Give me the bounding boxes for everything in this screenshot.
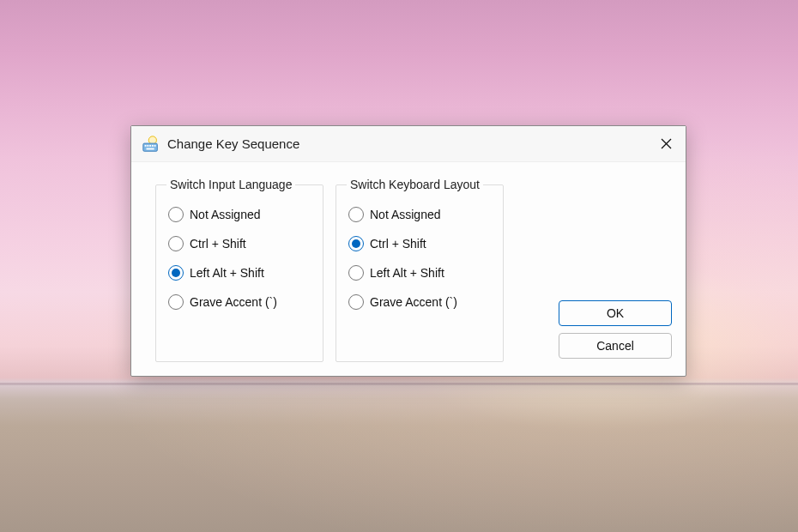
titlebar: Change Key Sequence: [131, 126, 686, 162]
switch-input-language-group: Switch Input Language Not Assigned Ctrl …: [155, 178, 323, 362]
close-icon: [661, 138, 672, 149]
svg-rect-2: [145, 144, 147, 146]
radio-grave-accent[interactable]: Grave Accent (`): [168, 287, 307, 317]
radio-label: Grave Accent (`): [370, 295, 457, 309]
radio-icon: [348, 207, 364, 222]
radio-label: Left Alt + Shift: [190, 266, 264, 280]
keyboard-language-icon: [142, 135, 160, 154]
radio-left-alt-shift[interactable]: Left Alt + Shift: [168, 258, 307, 287]
radio-icon: [168, 236, 184, 251]
change-key-sequence-dialog: Change Key Sequence Switch Input Languag…: [130, 125, 686, 377]
button-label: Cancel: [596, 339, 634, 353]
close-button[interactable]: [646, 126, 686, 162]
svg-rect-1: [143, 143, 158, 151]
radio-icon: [168, 207, 184, 222]
radio-not-assigned[interactable]: Not Assigned: [168, 200, 307, 229]
dialog-buttons: OK Cancel: [538, 178, 672, 362]
radio-ctrl-shift[interactable]: Ctrl + Shift: [348, 229, 487, 258]
radio-ctrl-shift[interactable]: Ctrl + Shift: [168, 229, 307, 258]
radio-left-alt-shift[interactable]: Left Alt + Shift: [348, 258, 487, 287]
radio-icon: [168, 265, 184, 281]
switch-keyboard-layout-group: Switch Keyboard Layout Not Assigned Ctrl…: [336, 178, 504, 362]
radio-label: Left Alt + Shift: [370, 266, 444, 280]
radio-not-assigned[interactable]: Not Assigned: [348, 200, 487, 229]
svg-rect-3: [147, 144, 148, 146]
cancel-button[interactable]: Cancel: [559, 333, 672, 359]
radio-icon: [168, 294, 184, 310]
desktop-horizon: [0, 383, 798, 385]
svg-rect-7: [147, 148, 154, 149]
group-legend: Switch Keyboard Layout: [347, 178, 483, 191]
radio-label: Grave Accent (`): [190, 295, 277, 309]
svg-rect-6: [154, 144, 156, 146]
dialog-title: Change Key Sequence: [167, 136, 646, 151]
radio-label: Not Assigned: [190, 208, 261, 221]
radio-label: Not Assigned: [370, 208, 441, 221]
svg-rect-4: [149, 144, 151, 146]
svg-rect-5: [152, 144, 154, 146]
radio-icon: [348, 265, 364, 281]
radio-label: Ctrl + Shift: [190, 237, 246, 251]
radio-icon: [348, 294, 364, 310]
group-legend: Switch Input Language: [166, 178, 295, 191]
radio-icon: [348, 236, 364, 251]
ok-button[interactable]: OK: [559, 300, 672, 326]
radio-label: Ctrl + Shift: [370, 237, 426, 251]
button-label: OK: [607, 306, 624, 320]
radio-grave-accent[interactable]: Grave Accent (`): [348, 287, 487, 317]
dialog-content: Switch Input Language Not Assigned Ctrl …: [131, 162, 686, 376]
